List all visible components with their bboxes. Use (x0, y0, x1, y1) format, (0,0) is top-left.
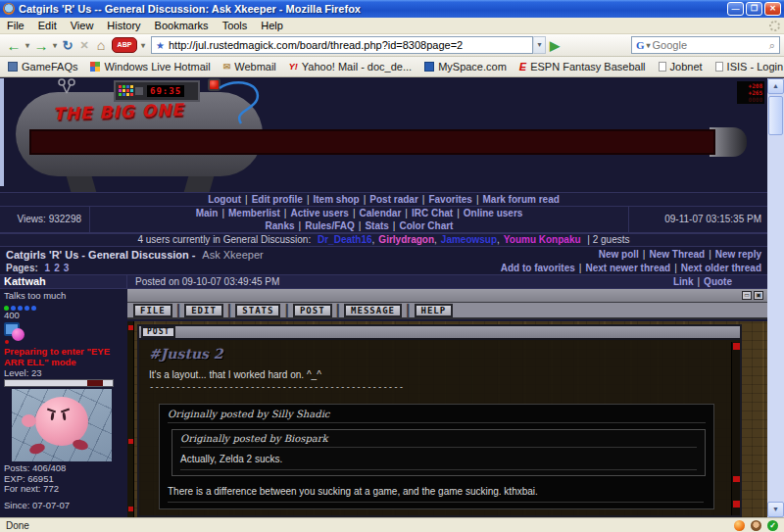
bookmark-espn-fantasy-baseball[interactable]: EESPN Fantasy Baseball (519, 61, 646, 73)
menu-item-history[interactable]: History (100, 19, 147, 32)
greasemonkey-icon[interactable] (751, 520, 761, 531)
bookmark-yahoo-mail[interactable]: Y!Yahoo! Mail - doc_de... (289, 61, 412, 73)
pagenum-3[interactable]: 3 (64, 263, 70, 273)
menu-item-file[interactable]: File (0, 19, 31, 32)
menu-item-help[interactable]: Help (254, 19, 290, 32)
quote-text: Actually, Zelda 2 sucks. (180, 454, 697, 470)
pagenum-2[interactable]: 2 (54, 263, 60, 273)
reload-button[interactable]: ↻ (59, 38, 76, 53)
post-heading: #Justus 2 (149, 346, 720, 362)
menubtn-stats[interactable]: Stats (235, 304, 280, 317)
menubtn-help[interactable]: Help (415, 304, 454, 317)
menu-item-edit[interactable]: Edit (31, 19, 64, 32)
lnk-next-older-thread[interactable]: Next older thread (681, 263, 761, 273)
lnk-main[interactable]: Main (196, 208, 219, 218)
lnk-new-reply[interactable]: New reply (715, 249, 761, 260)
bookmark-webmail[interactable]: ✉Webmail (223, 61, 276, 73)
lnk-online-users[interactable]: Online users (464, 208, 523, 218)
menubtn-edit[interactable]: Edit (184, 304, 223, 317)
lnk-next-newer-thread[interactable]: Next newer thread (585, 263, 670, 273)
lnk-link[interactable]: Link (673, 276, 694, 287)
search-input[interactable] (653, 39, 747, 51)
bookmark-gamefaqs[interactable]: GameFAQs (8, 61, 77, 73)
menu-item-bookmarks[interactable]: Bookmarks (148, 19, 216, 32)
lnk-ranks[interactable]: Ranks (266, 220, 295, 231)
title-bar: Catgirls 'R' Us -- General Discussion: A… (0, 0, 784, 18)
search-icon[interactable]: ⌕ (769, 39, 775, 52)
close-button[interactable]: ✕ (764, 2, 781, 16)
bookmark-myspace[interactable]: MySpace.com (424, 61, 507, 73)
separator: | (674, 263, 677, 273)
lnk-girlydragon[interactable]: Girlydragon (378, 234, 434, 245)
layout-maximize-icon[interactable]: ▣ (754, 291, 763, 300)
lnk-dr-death16[interactable]: Dr_Death16 (318, 234, 372, 245)
lnk-favorites[interactable]: Favorites (428, 194, 471, 205)
menubtn-post[interactable]: Post (293, 304, 332, 317)
forward-dropdown-icon[interactable]: ▾ (51, 41, 59, 50)
browser-scrollbar[interactable]: ▲ ▼ (767, 78, 784, 517)
lnk-edit-profile[interactable]: Edit profile (252, 194, 303, 205)
scrollbar-up-icon[interactable]: ▲ (767, 78, 784, 94)
bookmark-jobnet[interactable]: Jobnet (659, 61, 703, 73)
forward-button[interactable]: → (31, 38, 51, 53)
envelope-icon: ✉ (223, 62, 231, 72)
check-status-icon[interactable]: ✓ (767, 520, 778, 531)
lnk-active-users[interactable]: Active users (290, 208, 348, 218)
scrollbar-thumb[interactable] (768, 96, 783, 135)
firefox-status-icon[interactable] (734, 520, 745, 531)
post-author-name[interactable]: Kattwah (0, 275, 127, 288)
menubtn-message[interactable]: Message (344, 304, 402, 317)
lnk-logout[interactable]: Logout (208, 194, 241, 205)
post-window-scrollbar[interactable] (731, 342, 740, 515)
lnk-quote[interactable]: Quote (704, 276, 732, 287)
search-engine-dropdown[interactable]: ▾ (645, 41, 653, 50)
lnk-youmu-konpaku[interactable]: Youmu Konpaku (504, 234, 581, 245)
scroll-up-icon[interactable] (733, 343, 740, 350)
guests-count: | 2 guests (587, 234, 629, 245)
abp-dropdown-icon[interactable]: ▾ (139, 41, 147, 50)
bookmark-isis-login[interactable]: ISIS - Login (715, 61, 783, 73)
menu-item-view[interactable]: View (64, 19, 101, 32)
red-dot-icon (5, 340, 9, 344)
scrollbar-down-icon[interactable]: ▼ (767, 502, 784, 517)
lnk-new-poll[interactable]: New poll (599, 249, 639, 260)
users-online-list: Dr_Death16,Girlydragon,Jameowsup,Youmu K… (318, 234, 581, 245)
user-mood-icon (4, 322, 29, 345)
scroll-down-icon[interactable] (733, 501, 740, 508)
quote-text: There is a difference between you suckin… (168, 486, 704, 503)
lnk-color-chart[interactable]: Color Chart (399, 220, 453, 231)
layout-left-scrollbar[interactable] (127, 321, 134, 517)
lnk-memberlist[interactable]: Memberlist (228, 208, 280, 218)
lnk-mark-forum-read[interactable]: Mark forum read (482, 194, 559, 205)
menu-item-tools[interactable]: Tools (216, 19, 255, 32)
home-button[interactable]: ⌂ (92, 37, 110, 53)
lnk-calendar[interactable]: Calendar (360, 208, 402, 218)
breadcrumb-forum[interactable]: Catgirls 'R' Us - General Discussion - (6, 249, 196, 261)
bookmark-star-icon[interactable]: ★ (156, 40, 165, 51)
restore-button[interactable]: ❐ (746, 2, 762, 16)
lnk-jameowsup[interactable]: Jameowsup (441, 234, 497, 245)
lnk-rules-faq[interactable]: Rules/FAQ (305, 220, 355, 231)
bookmark-windows-live-hotmail[interactable]: Windows Live Hotmail (90, 61, 210, 73)
adblock-plus-icon[interactable]: ABP (112, 37, 137, 53)
back-dropdown-icon[interactable]: ▾ (24, 41, 31, 50)
layout-minimize-icon[interactable]: ▭ (742, 291, 752, 300)
url-history-dropdown[interactable]: ▾ (533, 36, 546, 54)
lnk-stats[interactable]: Stats (365, 220, 388, 231)
lnk-add-to-favorites[interactable]: Add to favorites (501, 263, 575, 273)
lnk-irc-chat[interactable]: IRC Chat (412, 208, 453, 218)
minimize-button[interactable]: — (727, 2, 744, 16)
search-box[interactable]: G ▾ ⌕ (631, 36, 780, 54)
lnk-item-shop[interactable]: Item shop (313, 194, 359, 205)
throbber-icon (769, 21, 780, 31)
back-button[interactable]: ← (4, 38, 24, 53)
lnk-new-thread[interactable]: New Thread (649, 249, 705, 260)
url-input[interactable] (169, 39, 528, 51)
menubtn-file[interactable]: File (133, 304, 172, 317)
go-button[interactable]: ▶ (550, 38, 560, 53)
pagenum-1[interactable]: 1 (45, 263, 51, 273)
pages-row: Pages: 123 Add to favorites|Next newer t… (0, 262, 767, 274)
stop-button[interactable]: ✕ (76, 39, 92, 52)
url-bar[interactable]: ★ (151, 36, 533, 54)
lnk-post-radar[interactable]: Post radar (369, 194, 417, 205)
